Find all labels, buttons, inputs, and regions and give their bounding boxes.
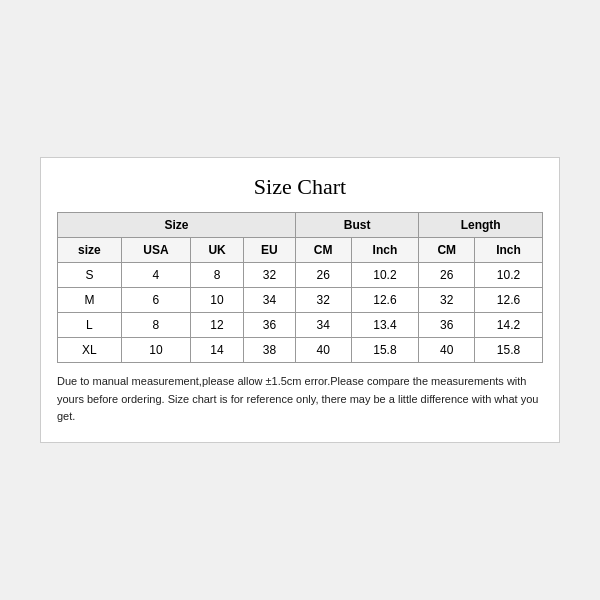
table-cell: 14 <box>191 338 244 363</box>
table-cell: 6 <box>121 288 190 313</box>
col-size: size <box>58 238 122 263</box>
table-cell: 32 <box>295 288 351 313</box>
table-cell: 26 <box>295 263 351 288</box>
size-chart-container: Size Chart Size Bust Length size USA UK … <box>40 157 560 443</box>
table-cell: 8 <box>191 263 244 288</box>
table-cell: 36 <box>244 313 296 338</box>
bust-group-header: Bust <box>295 213 419 238</box>
table-cell: 4 <box>121 263 190 288</box>
table-cell: 32 <box>244 263 296 288</box>
table-cell: 15.8 <box>351 338 419 363</box>
table-cell: 10 <box>191 288 244 313</box>
table-row: S48322610.22610.2 <box>58 263 543 288</box>
table-cell: 10.2 <box>475 263 543 288</box>
table-cell: 14.2 <box>475 313 543 338</box>
table-cell: 12 <box>191 313 244 338</box>
size-group-header: Size <box>58 213 296 238</box>
table-cell: 10 <box>121 338 190 363</box>
table-cell: 34 <box>244 288 296 313</box>
table-cell: 38 <box>244 338 296 363</box>
table-cell: 34 <box>295 313 351 338</box>
table-cell: 36 <box>419 313 475 338</box>
col-len-inch: Inch <box>475 238 543 263</box>
table-cell: 10.2 <box>351 263 419 288</box>
table-cell: 12.6 <box>475 288 543 313</box>
table-cell: 40 <box>419 338 475 363</box>
table-cell: M <box>58 288 122 313</box>
col-usa: USA <box>121 238 190 263</box>
table-cell: L <box>58 313 122 338</box>
col-uk: UK <box>191 238 244 263</box>
table-row: L812363413.43614.2 <box>58 313 543 338</box>
table-row: M610343212.63212.6 <box>58 288 543 313</box>
table-cell: 15.8 <box>475 338 543 363</box>
table-cell: 8 <box>121 313 190 338</box>
col-bust-cm: CM <box>295 238 351 263</box>
table-cell: XL <box>58 338 122 363</box>
col-eu: EU <box>244 238 296 263</box>
table-cell: S <box>58 263 122 288</box>
col-len-cm: CM <box>419 238 475 263</box>
table-row: XL1014384015.84015.8 <box>58 338 543 363</box>
size-chart-table: Size Bust Length size USA UK EU CM Inch … <box>57 212 543 363</box>
length-group-header: Length <box>419 213 543 238</box>
table-cell: 13.4 <box>351 313 419 338</box>
table-cell: 26 <box>419 263 475 288</box>
size-note: Due to manual measurement,please allow ±… <box>57 373 543 426</box>
col-bust-inch: Inch <box>351 238 419 263</box>
chart-title: Size Chart <box>57 174 543 200</box>
table-cell: 12.6 <box>351 288 419 313</box>
table-cell: 32 <box>419 288 475 313</box>
table-cell: 40 <box>295 338 351 363</box>
